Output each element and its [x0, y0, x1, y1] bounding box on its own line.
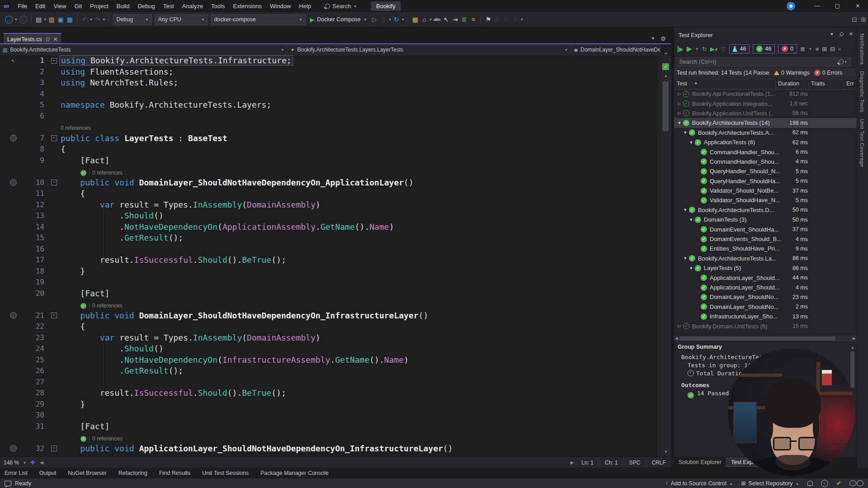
scroll-right-icon[interactable]: ▶ [569, 460, 576, 465]
warnings-count[interactable]: 0 Warnings [781, 70, 810, 76]
column-indicator[interactable]: Ch: 1 [599, 457, 623, 468]
menu-view[interactable]: View [49, 0, 70, 12]
line-indicator[interactable]: Ln: 1 [576, 457, 599, 468]
test-tree-row[interactable]: ▼✓LayerTests (5)86 ms [674, 263, 857, 273]
scrollbar-thumb[interactable] [663, 81, 669, 131]
panel-tab-find-results[interactable]: Find Results [159, 470, 190, 476]
test-tree-row[interactable]: ✓DomainEvent_ShouldHa...37 ms [674, 224, 857, 234]
test-tree-row[interactable]: ✓CommandHandler_Shou...4 ms [674, 157, 857, 166]
test-list-column-header[interactable]: Test ▲ Duration Traits Err [674, 79, 857, 90]
test-tree-row[interactable]: ✓DomainEvents_Should_B...4 ms [674, 234, 857, 244]
fold-collapse-icon[interactable]: − [51, 445, 57, 451]
zoom-control[interactable]: 148 % ▾ [0, 460, 30, 466]
start-without-debugging-icon[interactable]: ▷ [370, 14, 379, 24]
test-tree-row[interactable]: ✓QueryHandler_Should_N...5 ms [674, 166, 857, 176]
side-tab-unit-test-coverage[interactable]: Unit Test Coverage [859, 119, 865, 167]
menu-file[interactable]: File [14, 0, 31, 12]
tool-window-tab-solution-explorer[interactable]: Solution Explorer [674, 458, 726, 466]
codelens-references[interactable]: 0 references [61, 123, 91, 134]
test-tree-row[interactable]: ▷✓Bookify.Domain.UnitTests (6)15 ms [674, 321, 857, 331]
startup-project-select[interactable]: docker-compose▾ [211, 14, 306, 25]
expand-all-icon[interactable]: ⊞ [822, 46, 827, 52]
test-tree-row[interactable]: ▼✓DomainTests (3)50 ms [674, 215, 857, 224]
preview-window-icon[interactable]: ⌂ [420, 14, 428, 24]
filter-failed-button[interactable]: ✗ 0 [778, 44, 797, 53]
spell-check-icon[interactable]: abc [433, 14, 441, 24]
horizontal-scrollbar[interactable] [45, 457, 569, 468]
collapse-all-icon[interactable]: ⊟ [830, 46, 835, 52]
test-tree-row[interactable]: ✓CommandHandler_Shou...6 ms [674, 147, 857, 156]
debug-config-select[interactable]: Debug▾ [113, 14, 152, 25]
filter-passed-button[interactable]: ✓ 46 [753, 44, 775, 53]
filter-icon[interactable]: ▽ [721, 46, 726, 52]
line-ending-indicator[interactable]: CRLF [646, 457, 671, 468]
redo-icon[interactable]: ↷ [94, 14, 102, 24]
space-mode-indicator[interactable]: SPC [623, 457, 646, 468]
split-editor-grip[interactable]: ÷ [660, 51, 671, 57]
test-tree-row[interactable]: ✓DomainLayer_ShouldNo...23 ms [674, 292, 857, 302]
pin-icon[interactable] [838, 31, 844, 37]
fold-collapse-icon[interactable]: − [51, 135, 57, 141]
add-to-source-control-button[interactable]: ↑ Add to Source Control ▴ [665, 480, 733, 487]
format-indent-icon[interactable]: ⇥ [451, 14, 459, 24]
comment-lines-icon[interactable]: ≣ [460, 14, 468, 24]
test-tree-row[interactable]: ▷✓Bookify.Application.UnitTests (..56 ms [674, 109, 857, 118]
menu-build[interactable]: Build [113, 0, 134, 12]
test-tree-row[interactable]: ✓DomainLayer_ShouldNo...2 ms [674, 302, 857, 312]
restart-app-icon[interactable]: ↻ [392, 14, 400, 24]
chevron-down-icon[interactable]: ▾ [90, 17, 92, 22]
pin-icon[interactable] [45, 36, 51, 42]
close-button[interactable]: ✕ [848, 0, 868, 12]
chevron-down-icon[interactable]: ▾ [402, 17, 404, 22]
test-tree-row[interactable]: ✓QueryHandler_ShouldHa...5 ms [674, 176, 857, 186]
menu-window[interactable]: Window [266, 0, 295, 12]
test-tree-row[interactable]: ▼✓Bookify.ArchitectureTests.D...50 ms [674, 205, 857, 215]
chevron-down-icon[interactable]: ▾ [15, 17, 17, 22]
bookmark-icon[interactable]: ⚑ [484, 14, 492, 24]
docwell-dropdown-icon[interactable]: ▾ [652, 35, 655, 42]
breadcrumb-item-1[interactable]: ✦Bookify.ArchitectureTests.Layers.LayerT… [288, 44, 571, 55]
test-tree-row[interactable]: ✓Entities_ShouldHave_Pri...9 ms [674, 244, 857, 253]
save-icon[interactable]: ▣ [57, 14, 65, 24]
test-tree-row[interactable]: ▼✓ApplicationTests (6)62 ms [674, 137, 857, 147]
breadcrumb-item-2[interactable]: ◆DomainLayer_ShouldNotHaveDependencyOn_A… [571, 44, 660, 55]
solution-name-button[interactable]: Bookify [371, 1, 401, 11]
file-health-check-icon[interactable]: ✓ [662, 63, 669, 70]
fold-collapse-icon[interactable]: − [51, 180, 57, 185]
platform-select[interactable]: Any CPU▾ [155, 14, 208, 25]
chevron-down-icon[interactable]: ▾ [389, 17, 391, 22]
code-editor[interactable]: ↖1−using Bookify.ArchitectureTests.Infra… [0, 55, 660, 457]
minimize-button[interactable]: — [807, 0, 827, 12]
chevron-down-icon[interactable]: ▾ [521, 17, 523, 22]
notifications-bell-icon[interactable] [807, 481, 813, 486]
menu-project[interactable]: Project [86, 0, 112, 12]
editor-vertical-scrollbar[interactable]: ÷ ✓ ▲ ▼ [660, 55, 671, 457]
run-all-tests-icon[interactable]: ▶ [678, 46, 683, 52]
select-repository-button[interactable]: ⊞ Select Repository ▴ [741, 480, 800, 487]
run-tests-icon[interactable]: ▶ [687, 45, 692, 53]
hot-reload-icon[interactable]: ♨ [379, 14, 388, 24]
feedback-bubble-icon[interactable] [5, 481, 11, 486]
errors-count[interactable]: 0 Errors [822, 70, 842, 76]
undo-icon[interactable]: ↶ [81, 14, 89, 24]
test-tree-row[interactable]: ✓Validator_ShouldHave_N...5 ms [674, 195, 857, 205]
new-project-icon[interactable]: ▤ [35, 14, 43, 24]
maximize-button[interactable]: ▢ [827, 0, 848, 12]
prev-bookmark-icon[interactable]: ⚐ [493, 14, 501, 24]
navigate-cursor-icon[interactable]: ↖ [442, 14, 450, 24]
nav-forward-icon[interactable]: → [19, 16, 27, 24]
fold-collapse-icon[interactable]: − [51, 58, 57, 64]
search-box[interactable]: Search ▾ [322, 2, 361, 10]
menu-help[interactable]: Help [295, 0, 315, 12]
test-tree-row[interactable]: ▼✓Bookify.ArchitectureTests.La...86 ms [674, 254, 857, 263]
account-avatar[interactable]: ☻ [787, 2, 795, 10]
side-tab-notifications[interactable]: Notifications [859, 33, 865, 65]
scroll-left-icon[interactable]: ◀ [38, 460, 45, 465]
panel-tab-package-manager-console[interactable]: Package Manager Console [261, 470, 329, 476]
hierarchy-icon[interactable]: ≡ [816, 46, 819, 52]
scroll-up-icon[interactable]: ▲ [660, 73, 671, 78]
test-tree-row[interactable]: ▷✓Bookify.Api.FunctionalTests (1...812 m… [674, 89, 857, 99]
chevron-down-icon[interactable]: ▾ [103, 17, 105, 22]
panel-horizontal-scrollbar[interactable]: ◀ ▶ [674, 336, 857, 341]
test-tree-row[interactable]: ✓ApplicationLayer_Should...44 ms [674, 273, 857, 282]
